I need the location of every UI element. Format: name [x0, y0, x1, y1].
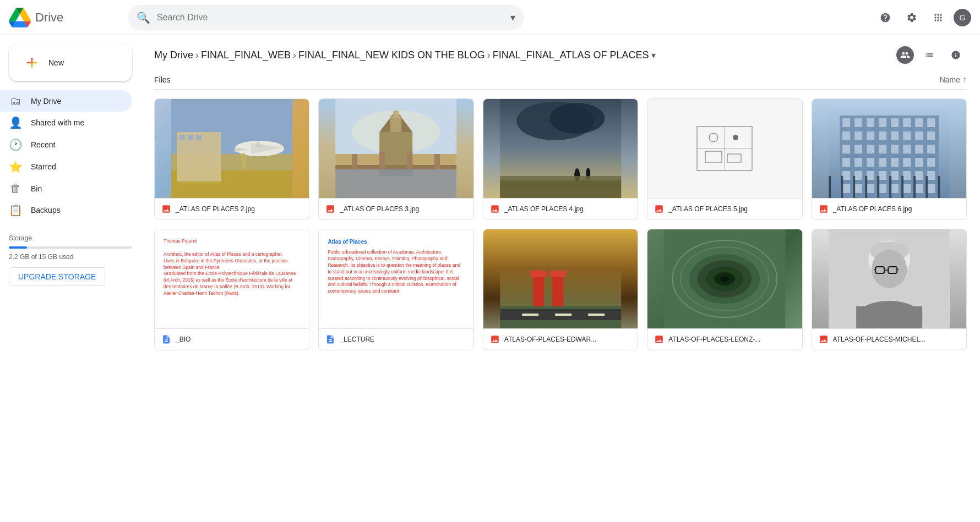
breadcrumb-sep-2: ›	[293, 50, 296, 61]
shared-with-me-nav-label: Shared with me	[31, 118, 84, 127]
file-name: _ATLAS OF PLACES 6.jpg	[833, 205, 912, 213]
file-card-f2[interactable]: _ATLAS OF PLACES 3.jpg	[318, 98, 473, 220]
svg-rect-97	[901, 176, 903, 198]
files-section-label: Files	[154, 75, 171, 84]
storage-bar-fill	[9, 246, 27, 249]
sidebar-item-shared-with-me[interactable]: 👤 Shared with me	[0, 112, 132, 134]
svg-rect-83	[842, 184, 850, 193]
svg-rect-108	[522, 314, 538, 316]
svg-rect-105	[549, 271, 566, 277]
sidebar-item-recent[interactable]: 🕐 Recent	[0, 134, 132, 156]
file-card-f9[interactable]: ATLAS-OF-PLACES-LEONZ-...	[647, 229, 802, 350]
file-card-f5[interactable]: _ATLAS OF PLACES 6.jpg	[812, 98, 967, 220]
svg-rect-76	[854, 171, 862, 180]
sidebar-item-bin[interactable]: 🗑 Bin	[0, 178, 132, 199]
breadcrumb-my-drive[interactable]: My Drive	[154, 50, 193, 61]
new-button[interactable]: New	[9, 44, 132, 81]
app-title: Drive	[35, 10, 63, 25]
file-card-f8[interactable]: ATLAS-OF-PLACES-EDWAR...	[483, 229, 638, 350]
svg-rect-82	[927, 171, 935, 180]
svg-rect-55	[891, 131, 899, 140]
upgrade-storage-button[interactable]: UPGRADE STORAGE	[9, 267, 105, 286]
file-name: _LECTURE	[340, 336, 374, 343]
file-grid: _ATLAS OF PLACES 2.jpg _ATLAS OF PLAC	[154, 98, 967, 350]
file-type-icon	[490, 204, 500, 214]
my-drive-nav-label: My Drive	[31, 97, 61, 106]
help-button[interactable]	[874, 7, 896, 29]
svg-rect-59	[842, 145, 850, 153]
breadcrumb-dropdown-icon[interactable]: ▾	[651, 50, 656, 61]
svg-rect-95	[877, 176, 879, 198]
search-bar[interactable]: 🔍 ▾	[128, 5, 524, 30]
svg-rect-89	[915, 184, 923, 193]
svg-rect-91	[829, 176, 831, 198]
file-thumbnail	[812, 229, 966, 328]
svg-rect-62	[879, 145, 886, 153]
topbar: Drive 🔍 ▾ G	[0, 0, 980, 35]
svg-rect-84	[854, 184, 862, 193]
svg-rect-69	[867, 158, 874, 167]
svg-rect-88	[903, 184, 911, 193]
breadcrumb-current-label: FINAL_FINAL_ATLAS OF PLACES	[493, 50, 649, 61]
sort-control[interactable]: Name ↑	[940, 75, 967, 85]
svg-rect-25	[336, 169, 457, 198]
svg-rect-94	[865, 176, 867, 198]
settings-button[interactable]	[901, 7, 923, 29]
sidebar: New 🗂 My Drive 👤 Shared with me 🕐 Recent…	[0, 35, 141, 364]
breadcrumb-final-web[interactable]: FINAL_FINAL_WEB	[201, 50, 291, 61]
svg-rect-129	[856, 306, 922, 328]
sort-label: Name	[940, 75, 960, 84]
svg-point-36	[709, 133, 718, 142]
svg-rect-46	[879, 118, 886, 127]
svg-rect-64	[903, 145, 911, 153]
file-card-f1[interactable]: _ATLAS OF PLACES 2.jpg	[154, 98, 309, 220]
file-thumbnail	[812, 99, 966, 198]
file-footer: _BIO	[155, 328, 309, 350]
file-footer: _ATLAS OF PLACES 5.jpg	[647, 198, 802, 219]
sort-direction-icon: ↑	[962, 75, 967, 85]
svg-point-118	[720, 276, 729, 282]
svg-rect-85	[867, 184, 874, 193]
search-input[interactable]	[157, 13, 504, 23]
svg-rect-63	[891, 145, 899, 153]
file-name: _ATLAS OF PLACES 2.jpg	[176, 205, 255, 213]
file-card-f4[interactable]: _ATLAS OF PLACES 5.jpg	[647, 98, 802, 220]
sidebar-item-backups[interactable]: 📋 Backups	[0, 199, 132, 221]
svg-rect-7	[196, 135, 202, 140]
folder-collab-avatar[interactable]	[896, 46, 914, 64]
breadcrumb: My Drive › FINAL_FINAL_WEB › FINAL_FINAL…	[154, 35, 967, 70]
svg-rect-32	[500, 180, 621, 198]
file-thumbnail	[319, 99, 473, 198]
file-card-f7[interactable]: Atlas of PlacesPublic educational collec…	[318, 229, 473, 350]
svg-rect-50	[927, 118, 935, 127]
breadcrumb-new-kids[interactable]: FINAL_FINAL_NEW KIDS ON THE BLOG	[298, 50, 485, 61]
svg-rect-56	[903, 131, 911, 140]
svg-rect-22	[380, 151, 385, 169]
sidebar-item-starred[interactable]: ⭐ Starred	[0, 156, 132, 178]
sidebar-item-my-drive[interactable]: 🗂 My Drive	[0, 90, 132, 112]
svg-rect-71	[891, 158, 899, 167]
file-type-icon	[161, 204, 171, 214]
file-type-icon	[819, 334, 829, 344]
file-name: _BIO	[176, 336, 190, 343]
apps-button[interactable]	[927, 7, 949, 29]
list-view-button[interactable]	[918, 44, 940, 66]
svg-rect-49	[915, 118, 923, 127]
svg-rect-66	[927, 145, 935, 153]
file-card-f6[interactable]: Thomas PaturetArchitect, the editor of A…	[154, 229, 309, 350]
bin-nav-label: Bin	[31, 184, 42, 193]
file-card-f10[interactable]: ATLAS-OF-PLACES-MICHEL...	[812, 229, 967, 350]
svg-rect-44	[854, 118, 862, 127]
backups-nav-icon: 📋	[9, 204, 22, 217]
svg-rect-80	[903, 171, 911, 180]
topbar-right: G	[874, 7, 971, 29]
file-type-icon	[161, 334, 171, 344]
file-card-f3[interactable]: _ATLAS OF PLACES 4.jpg	[483, 98, 638, 220]
svg-rect-90	[927, 184, 935, 193]
file-footer: _ATLAS OF PLACES 3.jpg	[319, 198, 473, 219]
file-thumbnail	[647, 99, 802, 198]
file-name: _ATLAS OF PLACES 5.jpg	[668, 205, 748, 213]
user-avatar[interactable]: G	[954, 9, 971, 26]
search-dropdown-icon[interactable]: ▾	[510, 12, 515, 24]
info-button[interactable]	[945, 44, 967, 66]
